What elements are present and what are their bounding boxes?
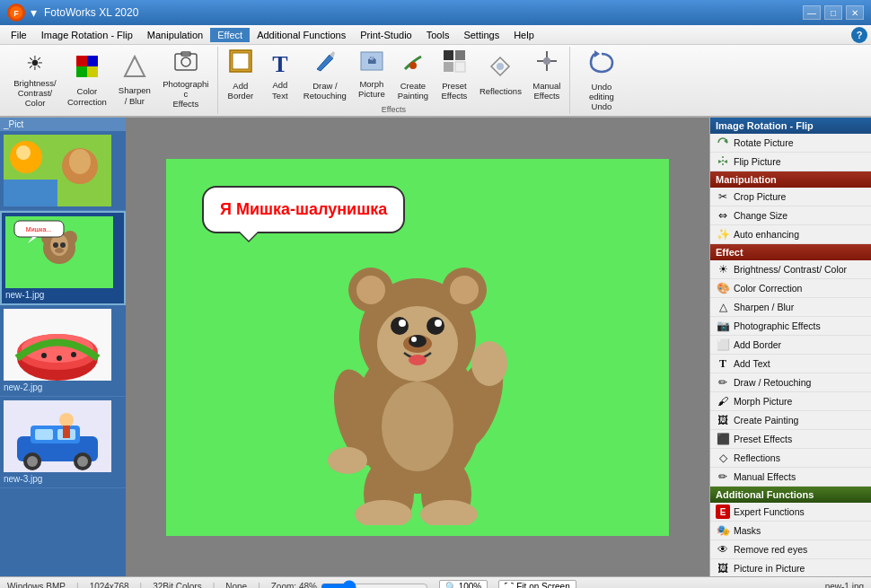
color-correction-button[interactable]: ColorCorrection	[63, 52, 111, 110]
menu-rotation[interactable]: Image Rotation - Flip	[34, 28, 140, 42]
svg-rect-15	[444, 50, 453, 60]
svg-point-57	[27, 456, 38, 467]
bit-depth: 32Bit Colors	[153, 582, 201, 588]
flip-icon	[716, 154, 730, 169]
thumbnail-item-4[interactable]: new-3.jpg	[0, 397, 126, 488]
pip-icon: 🖼	[716, 561, 730, 575]
auto-enhance-item[interactable]: ✨ Auto enhancing	[710, 225, 871, 244]
toolbar: ☀ Brightness/Contrast/ Color ColorCorrec…	[0, 45, 871, 118]
menu-help[interactable]: Help	[506, 28, 541, 42]
toolbar-undo-group: Undo editingUndo	[570, 47, 633, 114]
canvas-area[interactable]: Я Мишка-шалунишка	[126, 118, 709, 576]
undo-button[interactable]: Undo editingUndo	[574, 52, 629, 110]
rp-draw-item[interactable]: ✏ Draw / Retouching	[710, 373, 871, 392]
svg-marker-89	[724, 160, 727, 163]
menu-additional[interactable]: Additional Functions	[250, 28, 353, 42]
svg-point-50	[71, 352, 76, 357]
menu-effect[interactable]: Effect	[210, 28, 250, 42]
photo-effects-button[interactable]: PhotographicEffects	[158, 52, 214, 110]
additional-header: Additional Functions	[710, 487, 871, 503]
svg-point-32	[69, 149, 91, 174]
thumbnail-item-3[interactable]: new-2.jpg	[0, 305, 126, 397]
thumbnail-image	[4, 135, 111, 206]
rp-brightness-item[interactable]: ☀ Brightness/ Contrast/ Color	[710, 260, 871, 279]
rotation-section: Image Rotation - Flip Rotate Picture	[710, 118, 871, 171]
rp-preset-item[interactable]: ⬛ Preset Effects	[710, 430, 871, 449]
rotate-picture-item[interactable]: Rotate Picture	[710, 134, 871, 153]
fit-screen-button[interactable]: ⛶ Fit on Screen	[498, 580, 576, 588]
svg-point-69	[391, 317, 409, 335]
additional-section: Additional Functions E Expert Functions …	[710, 487, 871, 576]
picture-in-picture-item[interactable]: 🖼 Picture in Picture	[710, 559, 871, 576]
zoom-100-button[interactable]: 🔍 100%	[439, 580, 488, 588]
rp-color-item[interactable]: 🎨 Color Correction	[710, 279, 871, 298]
rp-text-icon: T	[716, 356, 730, 371]
svg-marker-24	[594, 50, 600, 57]
fit-icon: ⛶	[505, 582, 514, 588]
manipulation-section: Manipulation ✂ Crop Picture ⇔ Change Siz…	[710, 171, 871, 244]
rp-painting-item[interactable]: 🖼 Create Painting	[710, 411, 871, 430]
thumbnail-image-4	[4, 400, 111, 472]
maximize-button[interactable]: □	[824, 5, 842, 20]
svg-point-80	[328, 447, 367, 474]
menu-manipulation[interactable]: Manipulation	[140, 28, 210, 42]
rp-morph-icon: 🖌	[716, 394, 730, 408]
svg-point-74	[409, 335, 427, 347]
zoom-slider[interactable]	[321, 584, 428, 589]
rp-manual-item[interactable]: ✏ Manual Effects	[710, 468, 871, 487]
crop-picture-item[interactable]: ✂ Crop Picture	[710, 188, 871, 206]
brightness-button[interactable]: ☀ Brightness/Contrast/ Color	[7, 52, 63, 110]
rp-morph-item[interactable]: 🖌 Morph Picture	[710, 392, 871, 411]
close-button[interactable]: ✕	[846, 5, 864, 20]
menu-print[interactable]: Print-Studio	[353, 28, 418, 42]
effect-header: Effect	[710, 244, 871, 260]
preset-effects-button[interactable]: PresetEffects	[434, 47, 475, 104]
brightness-icon: ☀	[26, 52, 44, 75]
svg-point-49	[57, 355, 62, 361]
app-title: FotoWorks XL 2020	[44, 6, 138, 19]
reflections-button[interactable]: Reflections	[475, 47, 526, 104]
zoom-label: Zoom: 48%	[271, 582, 317, 588]
main-area: _Pict	[0, 118, 871, 576]
sharpen-button[interactable]: Sharpen/ Blur	[111, 52, 158, 110]
speech-text: Я Мишка-шалунишка	[220, 200, 387, 218]
svg-text:F: F	[13, 9, 19, 18]
flip-picture-item[interactable]: Flip Picture	[710, 153, 871, 171]
menu-file[interactable]: File	[4, 28, 34, 42]
title-bar: F ▾ FotoWorks XL 2020 — □ ✕	[0, 0, 871, 25]
rp-painting-icon: 🖼	[716, 413, 730, 427]
add-text-button[interactable]: T AddText	[261, 47, 299, 104]
svg-point-27	[16, 145, 31, 160]
create-painting-button[interactable]: CreatePainting	[392, 47, 434, 104]
thumbnail-item-active[interactable]: Мишка... new-1.jpg	[0, 211, 126, 305]
morph-button[interactable]: 🏔 MorphPicture	[351, 47, 392, 104]
rp-photo-item[interactable]: 📷 Photographic Effects	[710, 317, 871, 336]
rp-reflections-item[interactable]: ◇ Reflections	[710, 449, 871, 468]
svg-point-8	[181, 57, 190, 66]
image-dimensions: 1024x768	[90, 582, 129, 588]
rp-border-item[interactable]: ⬜ Add Border	[710, 336, 871, 355]
panel-header: _Pict	[0, 118, 126, 131]
help-icon[interactable]: ?	[851, 27, 867, 43]
rp-preset-icon: ⬛	[716, 432, 730, 446]
expert-functions-item[interactable]: E Expert Functions	[710, 503, 871, 522]
svg-rect-17	[444, 62, 453, 72]
menu-settings[interactable]: Settings	[456, 28, 506, 42]
menu-tools[interactable]: Tools	[419, 28, 457, 42]
manual-effects-button[interactable]: ManualEffects	[526, 47, 567, 104]
rotate-icon	[716, 136, 730, 150]
rp-text-item[interactable]: T Add Text	[710, 355, 871, 373]
draw-button[interactable]: Draw /Retouching	[299, 47, 351, 104]
svg-rect-18	[455, 62, 465, 72]
minimize-button[interactable]: —	[803, 5, 821, 20]
change-size-item[interactable]: ⇔ Change Size	[710, 206, 871, 225]
expert-icon: E	[716, 505, 730, 519]
quick-access-dropdown[interactable]: ▾	[31, 5, 37, 20]
svg-rect-16	[455, 50, 465, 60]
red-eyes-item[interactable]: 👁 Remove red eyes	[710, 540, 871, 559]
add-border-button[interactable]: AddBorder	[220, 47, 261, 104]
thumbnail-item[interactable]	[0, 131, 126, 211]
rp-sharpen-item[interactable]: △ Sharpen / Blur	[710, 298, 871, 317]
rp-border-icon: ⬜	[716, 338, 730, 352]
masks-item[interactable]: 🎭 Masks	[710, 522, 871, 540]
